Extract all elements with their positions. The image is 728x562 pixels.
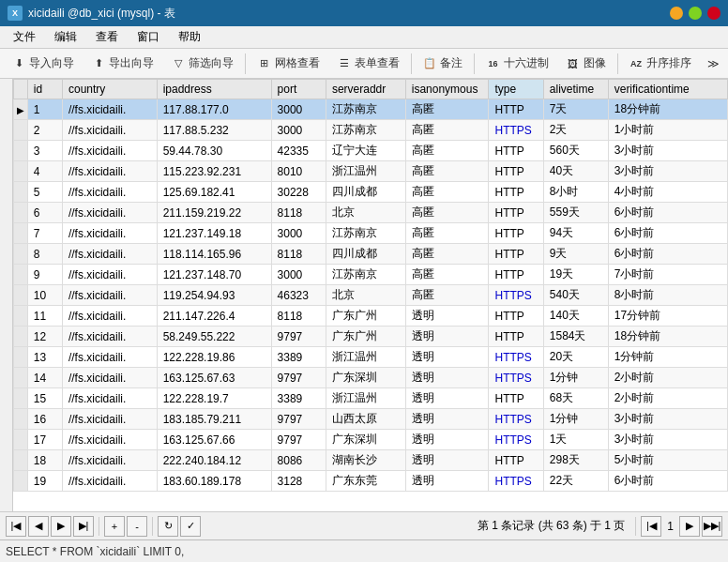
cell-verificationtime: 6小时前	[608, 223, 727, 244]
cell-id: 13	[27, 347, 62, 368]
table-row[interactable]: 14//fs.xicidaili.163.125.67.639797广东深圳透明…	[14, 368, 728, 388]
cell-serveraddr: 浙江温州	[326, 388, 405, 409]
cell-serveraddr: 广东广州	[326, 306, 405, 327]
table-row[interactable]: 9//fs.xicidaili.121.237.148.703000江苏南京高匿…	[14, 265, 728, 285]
col-country[interactable]: country	[62, 80, 157, 99]
titlebar: X xicidaili @db_xici (mysql) - 表	[0, 0, 728, 26]
image-button[interactable]: 🖼 图像	[558, 52, 614, 75]
cell-alivetime: 298天	[543, 450, 608, 471]
table-row[interactable]: 12//fs.xicidaili.58.249.55.2229797广东广州透明…	[14, 327, 728, 347]
menu-window[interactable]: 窗口	[128, 27, 169, 47]
window-title: xicidaili @db_xici (mysql) - 表	[28, 6, 175, 22]
table-row[interactable]: 16//fs.xicidaili.183.185.79.2119797山西太原透…	[14, 409, 728, 430]
import-icon: ⬇	[11, 56, 26, 71]
nav-last-button[interactable]: ▶|	[73, 516, 94, 537]
col-isanonymous[interactable]: isanonymous	[405, 80, 489, 99]
hex-button[interactable]: 16 十六进制	[478, 52, 556, 75]
cell-port: 8118	[271, 203, 326, 223]
table-row[interactable]: 6//fs.xicidaili.211.159.219.228118北京高匿HT…	[14, 203, 728, 223]
cell-alivetime: 8小时	[543, 182, 608, 203]
col-id[interactable]: id	[27, 80, 62, 99]
row-indicator	[14, 141, 28, 161]
table-row[interactable]: 10//fs.xicidaili.119.254.94.9346323北京高匿H…	[14, 285, 728, 306]
form-view-button[interactable]: ☰ 表单查看	[329, 52, 407, 75]
nav-delete-button[interactable]: -	[127, 516, 147, 537]
cell-id: 7	[27, 223, 62, 244]
filter-button[interactable]: ▽ 筛选向导	[163, 52, 241, 75]
menu-view[interactable]: 查看	[86, 27, 128, 47]
sort-icon: AZ	[629, 56, 644, 71]
nav-next-button[interactable]: ▶	[51, 516, 71, 537]
minimize-button[interactable]	[670, 7, 683, 20]
table-row[interactable]: 19//fs.xicidaili.183.60.189.1783128广东东莞透…	[14, 471, 728, 492]
cell-serveraddr: 江苏南京	[326, 120, 405, 141]
nav-prev-button[interactable]: ◀	[28, 516, 49, 537]
col-verificationtime[interactable]: verificationtime	[608, 80, 727, 99]
table-row[interactable]: ▶1//fs.xicidaili.117.88.177.03000江苏南京高匿H…	[14, 99, 728, 120]
table-row[interactable]: 11//fs.xicidaili.211.147.226.48118广东广州透明…	[14, 306, 728, 327]
cell-port: 3389	[271, 388, 326, 409]
table-row[interactable]: 3//fs.xicidaili.59.44.78.3042335辽宁大连高匿HT…	[14, 141, 728, 161]
import-wizard-button[interactable]: ⬇ 导入向导	[4, 52, 82, 75]
nav-page-first-button[interactable]: |◀	[641, 516, 661, 537]
cell-alivetime: 140天	[543, 306, 608, 327]
table-row[interactable]: 8//fs.xicidaili.118.114.165.968118四川成都高匿…	[14, 244, 728, 265]
table-row[interactable]: 15//fs.xicidaili.122.228.19.73389浙江温州透明H…	[14, 388, 728, 409]
cell-verificationtime: 4小时前	[608, 182, 727, 203]
nav-page-last-button[interactable]: ▶▶|	[702, 516, 722, 537]
nav-page-next-button[interactable]: ▶	[679, 516, 700, 537]
table-row[interactable]: 13//fs.xicidaili.122.228.19.863389浙江温州透明…	[14, 347, 728, 368]
cell-verificationtime: 2小时前	[608, 368, 727, 388]
nav-refresh-button[interactable]: ↻	[158, 516, 178, 537]
cell-id: 5	[27, 182, 62, 203]
cell-type: HTTP	[489, 182, 543, 203]
menu-file[interactable]: 文件	[4, 27, 45, 47]
col-port[interactable]: port	[271, 80, 326, 99]
image-icon: 🖼	[566, 56, 581, 71]
cell-type: HTTP	[489, 244, 543, 265]
nav-check-button[interactable]: ✓	[180, 516, 201, 537]
cell-serveraddr: 江苏南京	[326, 99, 405, 120]
maximize-button[interactable]	[689, 7, 702, 20]
col-type[interactable]: type	[489, 80, 543, 99]
separator-2	[411, 53, 412, 74]
menu-edit[interactable]: 编辑	[45, 27, 86, 47]
expand-button[interactable]: ≫	[703, 54, 724, 73]
close-button[interactable]	[707, 7, 720, 20]
table-row[interactable]: 7//fs.xicidaili.121.237.149.183000江苏南京高匿…	[14, 223, 728, 244]
table-row[interactable]: 17//fs.xicidaili.163.125.67.669797广东深圳透明…	[14, 430, 728, 450]
table-row[interactable]: 4//fs.xicidaili.115.223.92.2318010浙江温州高匿…	[14, 161, 728, 182]
cell-country: //fs.xicidaili.	[62, 430, 157, 450]
cell-country: //fs.xicidaili.	[62, 141, 157, 161]
cell-port: 3000	[271, 265, 326, 285]
menu-help[interactable]: 帮助	[169, 27, 210, 47]
cell-country: //fs.xicidaili.	[62, 327, 157, 347]
cell-port: 9797	[271, 327, 326, 347]
cell-alivetime: 560天	[543, 141, 608, 161]
cell-isanonymous: 高匿	[405, 203, 489, 223]
cell-isanonymous: 透明	[405, 327, 489, 347]
cell-ipaddress: 115.223.92.231	[157, 161, 271, 182]
col-ipaddress[interactable]: ipaddress	[157, 80, 271, 99]
nav-first-button[interactable]: |◀	[6, 516, 26, 537]
cell-verificationtime: 1小时前	[608, 120, 727, 141]
cell-ipaddress: 211.159.219.22	[157, 203, 271, 223]
table-row[interactable]: 5//fs.xicidaili.125.69.182.4130228四川成都高匿…	[14, 182, 728, 203]
cell-country: //fs.xicidaili.	[62, 161, 157, 182]
backup-icon: 📋	[422, 56, 437, 71]
table-container[interactable]: id country ipaddress port serveraddr isa…	[13, 79, 728, 511]
export-wizard-button[interactable]: ⬆ 导出向导	[83, 52, 161, 75]
col-alivetime[interactable]: alivetime	[543, 80, 608, 99]
backup-button[interactable]: 📋 备注	[415, 52, 470, 75]
table-row[interactable]: 2//fs.xicidaili.117.88.5.2323000江苏南京高匿HT…	[14, 120, 728, 141]
grid-view-button[interactable]: ⊞ 网格查看	[250, 52, 327, 75]
row-indicator	[14, 285, 28, 306]
sort-button[interactable]: AZ 升序排序	[621, 52, 699, 75]
col-serveraddr[interactable]: serveraddr	[326, 80, 405, 99]
cell-serveraddr: 广东广州	[326, 327, 405, 347]
cell-ipaddress: 121.237.148.70	[157, 265, 271, 285]
table-row[interactable]: 18//fs.xicidaili.222.240.184.128086湖南长沙透…	[14, 450, 728, 471]
cell-alivetime: 94天	[543, 223, 608, 244]
nav-add-button[interactable]: +	[104, 516, 125, 537]
cell-type: HTTPS	[489, 347, 543, 368]
